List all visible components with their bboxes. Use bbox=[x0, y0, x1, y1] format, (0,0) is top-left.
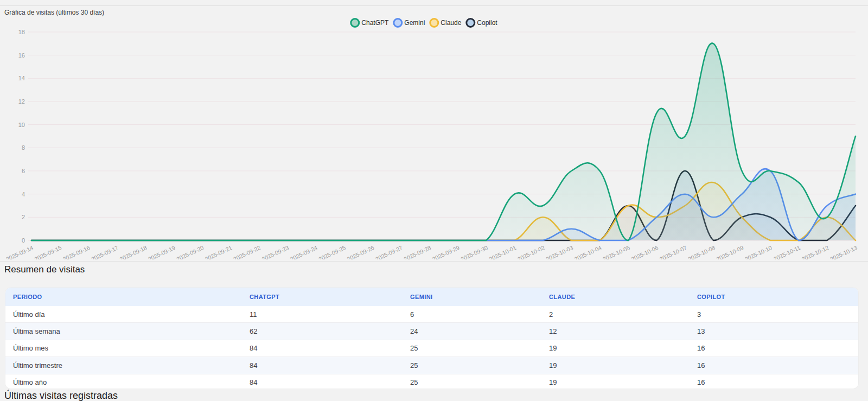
header-copilot: Copilot bbox=[690, 294, 858, 300]
legend-label: Gemini bbox=[404, 19, 425, 27]
svg-text:2025-10-02: 2025-10-02 bbox=[516, 244, 546, 259]
period-cell: Último trimestre bbox=[5, 361, 242, 370]
svg-text:8: 8 bbox=[22, 144, 25, 151]
visits-area-chart: 0246810121416182025-09-142025-09-152025-… bbox=[0, 0, 868, 259]
svg-text:2025-09-17: 2025-09-17 bbox=[90, 244, 119, 259]
summary-heading: Resumen de visitas bbox=[4, 264, 85, 275]
svg-text:2025-10-10: 2025-10-10 bbox=[744, 244, 773, 259]
period-cell: Última semana bbox=[5, 327, 242, 335]
table-row: Último mes 84 25 19 16 bbox=[5, 340, 858, 357]
svg-text:2025-09-27: 2025-09-27 bbox=[374, 244, 404, 259]
claude-point-icon bbox=[429, 18, 439, 28]
value-cell: 13 bbox=[690, 327, 858, 335]
value-cell: 84 bbox=[242, 378, 403, 386]
svg-text:2025-09-18: 2025-09-18 bbox=[119, 244, 148, 259]
svg-text:2025-09-24: 2025-09-24 bbox=[289, 244, 318, 259]
svg-text:2025-09-23: 2025-09-23 bbox=[261, 244, 290, 259]
svg-text:2025-09-19: 2025-09-19 bbox=[147, 244, 176, 259]
value-cell: 24 bbox=[403, 327, 541, 335]
value-cell: 25 bbox=[403, 378, 541, 386]
svg-text:2025-10-07: 2025-10-07 bbox=[659, 244, 688, 259]
value-cell: 12 bbox=[541, 327, 690, 335]
chatgpt-point-icon bbox=[350, 18, 360, 28]
svg-text:14: 14 bbox=[18, 75, 25, 81]
legend-label: Copilot bbox=[477, 19, 497, 27]
series-chatgpt bbox=[31, 43, 856, 240]
svg-text:2: 2 bbox=[22, 214, 25, 220]
value-cell: 19 bbox=[541, 344, 690, 352]
value-cell: 25 bbox=[403, 344, 541, 352]
svg-text:2025-10-05: 2025-10-05 bbox=[602, 244, 631, 259]
header-gemini: Gemini bbox=[403, 294, 541, 300]
svg-text:2025-09-25: 2025-09-25 bbox=[317, 244, 347, 259]
svg-text:2025-10-11: 2025-10-11 bbox=[773, 244, 801, 259]
value-cell: 16 bbox=[690, 344, 858, 352]
svg-text:2025-09-20: 2025-09-20 bbox=[175, 244, 205, 259]
svg-text:2025-10-04: 2025-10-04 bbox=[573, 244, 603, 259]
x-axis-labels: 2025-09-142025-09-152025-09-162025-09-17… bbox=[5, 244, 858, 259]
svg-text:2025-09-29: 2025-09-29 bbox=[431, 244, 461, 259]
svg-text:2025-09-14: 2025-09-14 bbox=[5, 244, 34, 259]
svg-text:2025-10-09: 2025-10-09 bbox=[716, 244, 745, 259]
legend-item-claude[interactable]: Claude bbox=[429, 18, 461, 28]
period-cell: Último día bbox=[5, 310, 242, 319]
summary-table-body: Último día 11 6 2 3 Última semana 62 24 … bbox=[5, 306, 858, 389]
svg-text:2025-09-21: 2025-09-21 bbox=[204, 244, 233, 259]
value-cell: 11 bbox=[242, 310, 403, 319]
legend-label: ChatGPT bbox=[361, 19, 388, 27]
legend-item-copilot[interactable]: Copilot bbox=[465, 18, 497, 28]
value-cell: 19 bbox=[541, 361, 690, 370]
copilot-point-icon bbox=[465, 18, 475, 28]
summary-table: Periodo ChatGPT Gemini Claude Copilot Úl… bbox=[5, 288, 858, 389]
svg-text:2025-10-12: 2025-10-12 bbox=[801, 244, 830, 259]
svg-text:0: 0 bbox=[22, 237, 25, 244]
svg-text:2025-09-22: 2025-09-22 bbox=[232, 244, 261, 259]
svg-text:2025-10-01: 2025-10-01 bbox=[488, 244, 518, 259]
chart-legend: ChatGPT Gemini Claude Copilot bbox=[350, 18, 497, 28]
header-periodo: Periodo bbox=[5, 294, 242, 300]
value-cell: 19 bbox=[541, 378, 690, 386]
value-cell: 2 bbox=[541, 310, 690, 319]
header-claude: Claude bbox=[541, 294, 690, 300]
table-row: Último año 84 25 19 16 bbox=[5, 374, 858, 389]
latest-visits-heading: Últimas visitas registradas bbox=[4, 390, 118, 401]
legend-label: Claude bbox=[441, 19, 461, 27]
header-chatgpt: ChatGPT bbox=[242, 294, 403, 300]
svg-text:2025-10-08: 2025-10-08 bbox=[687, 244, 716, 259]
svg-text:16: 16 bbox=[18, 52, 25, 59]
table-row: Última semana 62 24 12 13 bbox=[5, 322, 858, 339]
svg-text:2025-10-03: 2025-10-03 bbox=[545, 244, 574, 259]
value-cell: 16 bbox=[690, 378, 858, 386]
value-cell: 16 bbox=[690, 361, 858, 370]
svg-text:2025-10-06: 2025-10-06 bbox=[630, 244, 659, 259]
legend-item-chatgpt[interactable]: ChatGPT bbox=[350, 18, 388, 28]
summary-table-header: Periodo ChatGPT Gemini Claude Copilot bbox=[5, 288, 858, 306]
legend-item-gemini[interactable]: Gemini bbox=[393, 18, 425, 28]
table-row: Último día 11 6 2 3 bbox=[5, 306, 858, 322]
svg-text:6: 6 bbox=[22, 168, 25, 174]
svg-text:2025-10-13: 2025-10-13 bbox=[829, 244, 858, 259]
svg-text:2025-09-26: 2025-09-26 bbox=[346, 244, 375, 259]
value-cell: 62 bbox=[242, 327, 403, 335]
gemini-point-icon bbox=[393, 18, 403, 28]
svg-text:10: 10 bbox=[18, 122, 25, 128]
value-cell: 3 bbox=[690, 310, 858, 319]
y-axis-labels: 024681012141618 bbox=[18, 29, 25, 244]
value-cell: 84 bbox=[242, 344, 403, 352]
value-cell: 25 bbox=[403, 361, 541, 370]
value-cell: 84 bbox=[242, 361, 403, 370]
svg-text:2025-09-15: 2025-09-15 bbox=[33, 244, 62, 259]
svg-text:2025-09-16: 2025-09-16 bbox=[62, 244, 91, 259]
svg-text:18: 18 bbox=[18, 29, 25, 35]
series-chatgpt-area bbox=[31, 43, 856, 240]
period-cell: Último mes bbox=[5, 344, 242, 352]
svg-text:2025-09-30: 2025-09-30 bbox=[459, 244, 489, 259]
value-cell: 6 bbox=[403, 310, 541, 319]
table-row: Último trimestre 84 25 19 16 bbox=[5, 357, 858, 373]
period-cell: Último año bbox=[5, 378, 242, 386]
svg-text:4: 4 bbox=[22, 191, 25, 198]
section-divider bbox=[0, 261, 868, 262]
svg-text:12: 12 bbox=[18, 98, 25, 105]
svg-text:2025-09-28: 2025-09-28 bbox=[403, 244, 432, 259]
